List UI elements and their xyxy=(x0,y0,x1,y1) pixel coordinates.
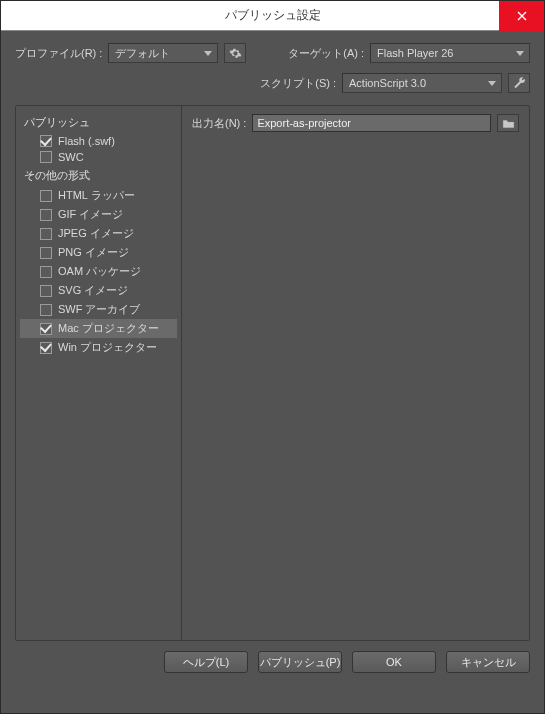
target-value: Flash Player 26 xyxy=(377,47,453,59)
item-label: Win プロジェクター xyxy=(58,340,157,355)
checkbox[interactable] xyxy=(40,135,52,147)
script-dropdown[interactable]: ActionScript 3.0 xyxy=(342,73,502,93)
item-label: PNG イメージ xyxy=(58,245,129,260)
checkbox[interactable] xyxy=(40,228,52,240)
item-label: Flash (.swf) xyxy=(58,135,115,147)
checkbox[interactable] xyxy=(40,285,52,297)
script-label: スクリプト(S) : xyxy=(260,76,336,91)
item-label: SVG イメージ xyxy=(58,283,128,298)
checkbox[interactable] xyxy=(40,323,52,335)
sidebar-item-png[interactable]: PNG イメージ xyxy=(20,243,177,262)
profile-label: プロファイル(R) : xyxy=(15,46,102,61)
checkbox[interactable] xyxy=(40,342,52,354)
checkbox[interactable] xyxy=(40,209,52,221)
sidebar-item-gif[interactable]: GIF イメージ xyxy=(20,205,177,224)
item-label: OAM パッケージ xyxy=(58,264,141,279)
sidebar-item-flash-swf[interactable]: Flash (.swf) xyxy=(20,133,177,149)
publish-button[interactable]: パブリッシュ(P) xyxy=(258,651,342,673)
ok-button[interactable]: OK xyxy=(352,651,436,673)
cancel-button[interactable]: キャンセル xyxy=(446,651,530,673)
sidebar-item-jpeg[interactable]: JPEG イメージ xyxy=(20,224,177,243)
help-button[interactable]: ヘルプ(L) xyxy=(164,651,248,673)
item-label: JPEG イメージ xyxy=(58,226,134,241)
header-right: ターゲット(A) : Flash Player 26 xyxy=(288,43,530,63)
script-settings-button[interactable] xyxy=(508,73,530,93)
item-label: HTML ラッパー xyxy=(58,188,135,203)
script-value: ActionScript 3.0 xyxy=(349,77,426,89)
item-label: Mac プロジェクター xyxy=(58,321,159,336)
category-other: その他の形式 xyxy=(20,165,177,186)
checkbox[interactable] xyxy=(40,190,52,202)
sidebar-item-swf-archive[interactable]: SWF アーカイブ xyxy=(20,300,177,319)
sidebar-item-mac-projector[interactable]: Mac プロジェクター xyxy=(20,319,177,338)
checkbox[interactable] xyxy=(40,247,52,259)
checkbox[interactable] xyxy=(40,304,52,316)
close-icon xyxy=(517,11,527,21)
main-panel: パブリッシュ Flash (.swf) SWC その他の形式 HTML ラッパー… xyxy=(15,105,530,641)
sidebar-item-swc[interactable]: SWC xyxy=(20,149,177,165)
item-label: SWF アーカイブ xyxy=(58,302,141,317)
header-row-1: プロファイル(R) : デフォルト ターゲット(A) : Flash Playe… xyxy=(15,43,530,63)
gear-icon xyxy=(229,47,242,60)
sidebar-item-oam[interactable]: OAM パッケージ xyxy=(20,262,177,281)
close-button[interactable] xyxy=(499,1,544,31)
browse-button[interactable] xyxy=(497,114,519,132)
item-label: GIF イメージ xyxy=(58,207,123,222)
checkbox[interactable] xyxy=(40,266,52,278)
dialog-content: プロファイル(R) : デフォルト ターゲット(A) : Flash Playe… xyxy=(1,31,544,641)
profile-dropdown[interactable]: デフォルト xyxy=(108,43,218,63)
target-dropdown[interactable]: Flash Player 26 xyxy=(370,43,530,63)
output-row: 出力名(N) : xyxy=(192,114,519,132)
wrench-icon xyxy=(513,77,526,90)
header-row-2: スクリプト(S) : ActionScript 3.0 xyxy=(15,73,530,93)
output-name-input[interactable] xyxy=(252,114,491,132)
dialog-footer: ヘルプ(L) パブリッシュ(P) OK キャンセル xyxy=(1,641,544,683)
target-label: ターゲット(A) : xyxy=(288,46,364,61)
checkbox[interactable] xyxy=(40,151,52,163)
main-area: 出力名(N) : xyxy=(182,106,529,640)
profile-value: デフォルト xyxy=(115,46,170,61)
format-sidebar: パブリッシュ Flash (.swf) SWC その他の形式 HTML ラッパー… xyxy=(16,106,182,640)
output-label: 出力名(N) : xyxy=(192,116,246,131)
sidebar-item-html-wrapper[interactable]: HTML ラッパー xyxy=(20,186,177,205)
sidebar-item-svg[interactable]: SVG イメージ xyxy=(20,281,177,300)
titlebar: パブリッシュ設定 xyxy=(1,1,544,31)
window-title: パブリッシュ設定 xyxy=(225,7,321,24)
folder-icon xyxy=(502,118,515,129)
item-label: SWC xyxy=(58,151,84,163)
sidebar-item-win-projector[interactable]: Win プロジェクター xyxy=(20,338,177,357)
dialog-window: パブリッシュ設定 プロファイル(R) : デフォルト ターゲット(A) : Fl… xyxy=(0,0,545,714)
category-publish: パブリッシュ xyxy=(20,112,177,133)
profile-settings-button[interactable] xyxy=(224,43,246,63)
